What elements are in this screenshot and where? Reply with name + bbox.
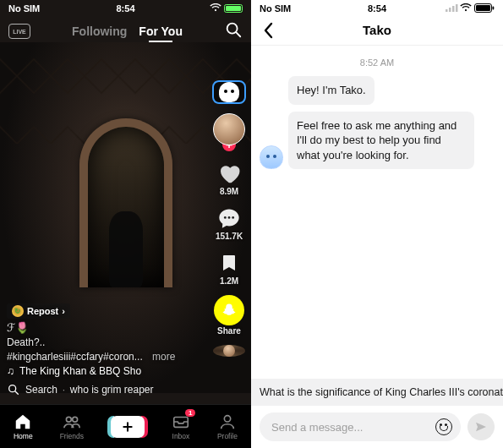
snapchat-icon (214, 295, 244, 325)
live-button[interactable]: LIVE (8, 24, 30, 39)
svg-rect-12 (449, 8, 451, 12)
nav-home[interactable]: Home (14, 412, 33, 440)
chat-title: Tako (363, 23, 391, 37)
chat-body[interactable]: 8:52 AM Hey! I'm Tako. Feel free to ask … (251, 46, 503, 379)
share-label: Share (217, 326, 241, 336)
like-button[interactable]: 8.9M (216, 161, 242, 196)
status-time: 8:54 (116, 3, 134, 14)
tab-for-you[interactable]: For You (139, 25, 183, 38)
svg-point-2 (224, 216, 227, 219)
status-time-right: 8:54 (368, 3, 386, 14)
search-row-label: Search (25, 384, 57, 396)
status-bar-left: No SIM 8:54 (0, 0, 251, 15)
caption-line-1[interactable]: Death?.. (7, 336, 200, 348)
nav-friends[interactable]: Friends (60, 412, 84, 440)
feed-tabs: Following For You (72, 25, 183, 38)
comment-count: 151.7K (216, 232, 243, 241)
search-icon[interactable] (224, 20, 243, 42)
chatbot-icon (219, 82, 239, 102)
nav-create[interactable] (111, 416, 145, 438)
carrier-label: No SIM (8, 3, 40, 14)
search-row-query: who is grim reaper (70, 384, 154, 396)
caption-emoji: ℱ🌷 (7, 321, 29, 334)
tab-following[interactable]: Following (72, 25, 127, 38)
nav-profile[interactable]: Profile (217, 412, 238, 440)
tako-avatar-icon[interactable] (260, 145, 283, 169)
message-row: Feel free to ask me anything and I'll do… (260, 112, 495, 170)
like-count: 8.9M (220, 187, 238, 196)
emoji-icon[interactable] (435, 418, 452, 435)
send-button[interactable] (467, 413, 495, 440)
message-bubble: Hey! I'm Tako. (288, 76, 375, 105)
video-metadata: ↻ Repost › ℱ🌷 Death?.. #kingcharlesiii#c… (7, 303, 200, 377)
back-button[interactable] (256, 22, 280, 39)
comment-icon (216, 205, 242, 231)
message-row: Hey! I'm Tako. (260, 76, 495, 105)
bookmark-button[interactable]: 1.2M (216, 250, 242, 286)
chat-input-row: Send a message... (251, 406, 503, 448)
svg-point-7 (66, 417, 71, 422)
profile-icon (218, 412, 237, 431)
input-placeholder: Send a message... (271, 421, 363, 434)
home-icon (14, 412, 32, 431)
svg-point-10 (224, 416, 230, 422)
music-note-icon: ♫ (7, 365, 14, 377)
svg-point-4 (232, 216, 234, 219)
friends-icon (63, 412, 81, 431)
svg-rect-11 (446, 9, 448, 12)
inbox-icon: 1 (172, 412, 190, 431)
separator-dot: · (63, 385, 65, 395)
svg-point-3 (228, 216, 231, 219)
comment-button[interactable]: 151.7K (216, 205, 243, 241)
battery-charging-icon (224, 4, 243, 13)
repost-label: Repost (27, 306, 58, 316)
sound-disc[interactable] (213, 345, 245, 357)
bookmark-count: 1.2M (220, 276, 238, 286)
chatbot-button[interactable] (212, 80, 246, 104)
message-bubble: Feel free to ask me anything and I'll do… (288, 112, 474, 170)
message-input[interactable]: Send a message... (260, 412, 461, 441)
creator-avatar[interactable] (213, 113, 245, 145)
wifi-icon-right (460, 3, 472, 14)
repost-badge-icon: ↻ (12, 305, 24, 317)
wifi-icon (210, 3, 221, 14)
caption-more[interactable]: more (152, 351, 175, 363)
heart-icon (216, 161, 242, 186)
search-icon-small (7, 383, 20, 396)
sound-title: The King Khan & BBQ Sho (19, 365, 141, 377)
battery-icon-right (474, 3, 495, 14)
svg-rect-13 (452, 6, 455, 12)
tako-chat-pane: No SIM 8:54 Tako 8:52 AM Hey! I'm Tako. … (251, 0, 503, 448)
svg-rect-16 (476, 5, 490, 11)
chat-header: Tako (251, 15, 503, 46)
action-rail: + 8.9M 151.7K 1.2M Share (212, 80, 246, 347)
svg-point-5 (9, 385, 16, 392)
chevron-right-icon: › (62, 306, 65, 316)
chat-timestamp: 8:52 AM (260, 57, 495, 68)
creator-avatar-item[interactable]: + (213, 113, 245, 151)
nav-inbox[interactable]: 1 Inbox (172, 412, 190, 440)
create-button[interactable] (111, 416, 145, 438)
tiktok-feed-pane: No SIM 8:54 LIVE Following For You + (0, 0, 251, 448)
svg-line-1 (236, 32, 240, 36)
cell-signal-icon (446, 3, 457, 14)
repost-pill[interactable]: ↻ Repost › (7, 303, 70, 319)
related-search-row[interactable]: Search · who is grim reaper (7, 379, 244, 401)
bookmark-icon (216, 250, 242, 276)
sound-row[interactable]: ♫ The King Khan & BBQ Sho (7, 365, 200, 377)
status-bar-right: No SIM 8:54 (251, 0, 503, 15)
svg-rect-14 (456, 4, 458, 12)
suggestion-chip[interactable]: What is the significance of King Charles… (251, 379, 503, 406)
share-button[interactable]: Share (214, 295, 244, 336)
inbox-badge: 1 (185, 409, 194, 417)
svg-point-8 (73, 417, 78, 422)
caption-line-2[interactable]: #kingcharlesiii#ccfary#coron... more (7, 351, 200, 363)
carrier-label-right: No SIM (260, 3, 291, 14)
svg-line-6 (15, 391, 18, 394)
svg-rect-17 (493, 6, 495, 9)
bottom-nav: Home Friends 1 Inbox Profile (0, 404, 251, 448)
